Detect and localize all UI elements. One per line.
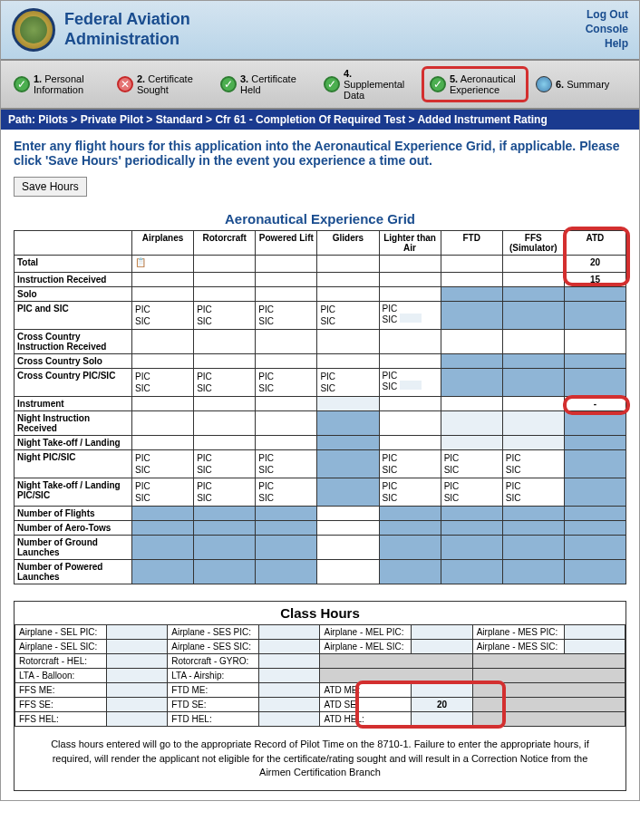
step-4[interactable]: ✓4. SupplementalData — [318, 66, 420, 102]
cell: PICSIC — [379, 369, 441, 397]
experience-grid: AirplanesRotorcraftPowered LiftGlidersLi… — [14, 230, 626, 584]
cell — [564, 478, 625, 507]
note-icon[interactable]: 📋 — [135, 257, 148, 270]
row-label: Instrument — [15, 397, 132, 411]
class-value[interactable] — [259, 698, 320, 712]
step-1[interactable]: ✓1. PersonalInformation — [8, 66, 110, 102]
class-row: Rotorcraft - HEL:Rotorcraft - GYRO: — [15, 654, 625, 669]
class-value[interactable] — [412, 640, 472, 654]
row-label: Number of Flights — [15, 507, 132, 521]
cell — [379, 507, 441, 521]
class-label — [472, 669, 625, 683]
class-value[interactable] — [259, 712, 320, 727]
class-value[interactable] — [259, 654, 320, 669]
class-label — [320, 654, 472, 669]
cell — [317, 536, 379, 560]
class-value[interactable] — [106, 712, 167, 727]
step-2[interactable]: ✕2. CertificateSought — [112, 66, 213, 102]
cell — [194, 436, 256, 450]
class-value[interactable] — [259, 683, 320, 698]
row-label: Number of Ground Launches — [15, 536, 132, 560]
cell — [502, 560, 564, 584]
step-6[interactable]: 6. Summary — [530, 66, 632, 102]
check-icon: ✓ — [14, 76, 30, 92]
class-value[interactable] — [106, 669, 167, 683]
step-5[interactable]: ✓5. AeronauticalExperience — [422, 66, 528, 102]
save-hours-button[interactable]: Save Hours — [14, 177, 87, 197]
cell — [564, 560, 625, 584]
class-label — [472, 654, 625, 669]
cell — [441, 369, 502, 397]
faa-logo — [12, 8, 55, 52]
row-label: Night Take-off / Landing — [15, 436, 132, 450]
cell: PIC SIC — [256, 369, 317, 397]
step-3[interactable]: ✓3. CertificateHeld — [215, 66, 316, 102]
cell — [256, 397, 317, 411]
table-row: Cross Country PIC/SICPIC SICPIC SICPIC S… — [15, 369, 626, 397]
cell: PIC SIC — [194, 450, 256, 478]
class-label: Airplane - MES SIC: — [472, 640, 564, 654]
cell — [132, 521, 194, 536]
cell — [256, 411, 317, 436]
class-label: FFS HEL: — [15, 712, 107, 727]
class-label — [472, 698, 625, 712]
cell — [256, 436, 317, 450]
row-label: PIC and SIC — [15, 302, 132, 330]
class-value[interactable] — [412, 712, 472, 727]
class-value[interactable] — [106, 683, 167, 698]
class-row: FFS SE:FTD SE:ATD SE:20 — [15, 698, 625, 712]
class-label: Rotorcraft - HEL: — [15, 654, 107, 669]
class-value[interactable] — [412, 625, 472, 640]
cell — [502, 256, 564, 273]
cell — [194, 536, 256, 560]
cell — [502, 521, 564, 536]
breadcrumb: Path: Pilots > Private Pilot > Standard … — [1, 110, 639, 130]
class-value[interactable] — [412, 683, 472, 698]
class-value[interactable]: 20 — [412, 698, 472, 712]
cell: PIC SIC — [379, 450, 441, 478]
class-hours-section: Class Hours Airplane - SEL PIC:Airplane … — [14, 601, 626, 791]
class-value[interactable] — [259, 640, 320, 654]
class-value[interactable] — [564, 625, 625, 640]
class-value[interactable] — [259, 625, 320, 640]
table-row: PIC and SICPIC SICPIC SICPIC SICPIC SICP… — [15, 302, 626, 330]
class-hours-note: Class hours entered will go to the appro… — [15, 727, 625, 790]
class-value[interactable] — [106, 698, 167, 712]
table-row: Night Take-off / Landing — [15, 436, 626, 450]
table-row: Number of Powered Launches — [15, 560, 626, 584]
cell — [502, 330, 564, 354]
class-value[interactable] — [106, 640, 167, 654]
cell: PIC SIC — [502, 450, 564, 478]
cell — [502, 536, 564, 560]
cell — [379, 411, 441, 436]
table-row: Total📋20 — [15, 256, 626, 273]
logout-link[interactable]: Log Out — [586, 8, 628, 21]
class-value[interactable] — [106, 625, 167, 640]
help-link[interactable]: Help — [586, 37, 628, 50]
cell — [194, 256, 256, 273]
class-label: Airplane - MEL PIC: — [320, 625, 412, 640]
cell: PIC SIC — [132, 478, 194, 507]
cell — [502, 302, 564, 330]
cell — [256, 507, 317, 521]
cell: PIC SIC — [132, 302, 194, 330]
class-value[interactable] — [106, 654, 167, 669]
cell — [132, 273, 194, 287]
cell — [256, 560, 317, 584]
class-value[interactable] — [259, 669, 320, 683]
cell — [379, 521, 441, 536]
class-label: FFS SE: — [15, 698, 107, 712]
class-value[interactable] — [564, 640, 625, 654]
cell — [317, 450, 379, 478]
console-link[interactable]: Console — [586, 23, 628, 35]
cell — [317, 273, 379, 287]
cell — [194, 411, 256, 436]
cell[interactable]: 📋 — [132, 256, 194, 273]
cell — [379, 354, 441, 369]
cell — [379, 330, 441, 354]
row-label: Cross Country Instruction Received — [15, 330, 132, 354]
class-label: Airplane - SES SIC: — [168, 640, 259, 654]
class-label — [320, 669, 472, 683]
table-row: Number of Flights — [15, 507, 626, 521]
cell — [132, 354, 194, 369]
